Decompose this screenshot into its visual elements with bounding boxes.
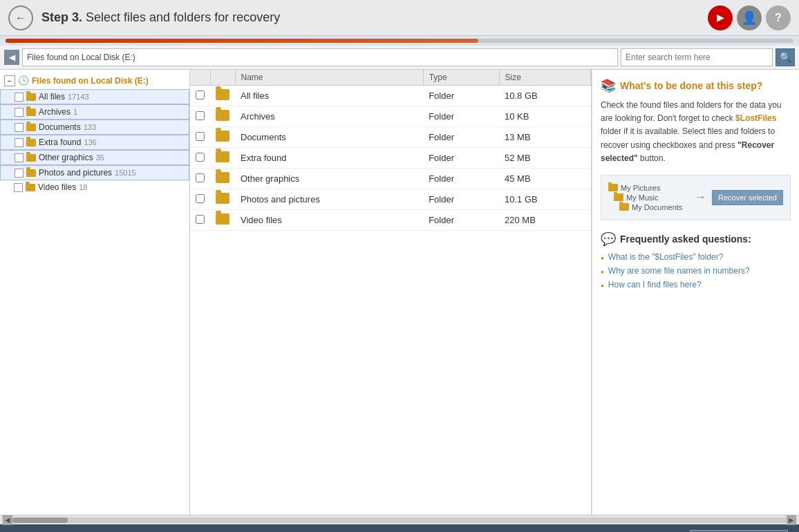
toggle-sidebar-button[interactable]: ◀	[4, 50, 19, 65]
folder-icon-md	[216, 193, 229, 204]
progress-bar-area	[0, 36, 799, 46]
docs-label: My Documents	[632, 203, 682, 211]
app-header: ← Step 3. Select files and folders for r…	[0, 0, 799, 36]
faq-link-2[interactable]: How can I find files here?	[608, 280, 702, 289]
sidebar-item-videofiles[interactable]: Video files 18	[0, 180, 189, 194]
row-checkbox[interactable]	[190, 210, 210, 231]
row-name[interactable]: All files	[235, 86, 423, 106]
sidebar-item-extrafound[interactable]: Extra found 136	[0, 135, 189, 150]
step-title: Select files and folders for recovery	[86, 10, 280, 24]
faq-link-1[interactable]: Why are some file names in numbers?	[608, 266, 750, 276]
documents-checkbox[interactable]	[15, 123, 24, 132]
row-name[interactable]: Archives	[235, 106, 423, 127]
progress-track	[6, 39, 793, 43]
help-icon: 📚	[601, 78, 616, 93]
header-icons: ▶ 👤 ?	[708, 6, 791, 30]
scroll-thumb[interactable]	[12, 517, 68, 523]
col-type[interactable]: Type	[423, 70, 499, 86]
help-button[interactable]: ?	[766, 6, 791, 30]
faq-link-0[interactable]: What is the "$LostFiles" folder?	[608, 252, 724, 262]
file-table: Name Type Size All files Folder 10.8 GB	[190, 70, 591, 231]
folder-icon-md	[216, 131, 229, 142]
photos-label: Photos and pictures	[39, 168, 112, 178]
sidebar-item-archives[interactable]: Archives 1	[0, 104, 189, 120]
panel-description: Check the found files and folders for th…	[601, 99, 791, 165]
row-type: Folder	[423, 189, 499, 210]
collapse-button[interactable]: −	[4, 75, 15, 86]
archives-checkbox[interactable]	[15, 108, 24, 117]
back-button[interactable]: ←	[8, 6, 33, 30]
othergraphics-checkbox[interactable]	[15, 153, 24, 162]
recover-selected-sm-button[interactable]: Recover selected	[712, 190, 783, 205]
folder-icon-md	[216, 151, 229, 162]
file-list-area: Name Type Size All files Folder 10.8 GB	[190, 70, 592, 515]
docs-folder-icon	[619, 203, 629, 211]
row-check-input[interactable]	[196, 215, 205, 224]
row-name[interactable]: Documents	[235, 127, 423, 148]
search-button[interactable]: 🔍	[776, 48, 795, 66]
row-checkbox[interactable]	[190, 148, 210, 169]
row-type: Folder	[423, 86, 499, 106]
table-row[interactable]: Video files Folder 220 MB	[190, 210, 591, 231]
row-check-input[interactable]	[196, 153, 205, 162]
scroll-left-arrow[interactable]: ◀	[3, 515, 12, 525]
row-checkbox[interactable]	[190, 127, 210, 148]
row-icon-cell	[210, 148, 235, 169]
photos-folder-icon	[26, 169, 36, 177]
search-input[interactable]	[621, 48, 773, 66]
sidebar-item-documents[interactable]: Documents 133	[0, 120, 189, 135]
folder-icon-md	[216, 89, 229, 100]
sidebar-item-photos[interactable]: Photos and pictures 15015	[0, 165, 189, 180]
sidebar-item-othergraphics[interactable]: Other graphics 35	[0, 150, 189, 165]
allfiles-folder-icon	[26, 93, 36, 101]
tree-item-music: My Music	[608, 193, 688, 202]
user-button[interactable]: 👤	[737, 6, 762, 30]
table-row[interactable]: All files Folder 10.8 GB	[190, 86, 591, 106]
table-row[interactable]: Extra found Folder 52 MB	[190, 148, 591, 169]
row-name[interactable]: Other graphics	[235, 169, 423, 189]
row-checkbox[interactable]	[190, 189, 210, 210]
faq-bullet-2: ●	[601, 283, 604, 289]
table-row[interactable]: Other graphics Folder 45 MB	[190, 169, 591, 189]
row-type: Folder	[423, 127, 499, 148]
pictures-label: My Pictures	[621, 184, 660, 192]
row-name[interactable]: Photos and pictures	[235, 189, 423, 210]
table-row[interactable]: Documents Folder 13 MB	[190, 127, 591, 148]
row-check-input[interactable]	[196, 194, 205, 203]
main-layout: − 🕓 Files found on Local Disk (E:) All f…	[0, 70, 799, 515]
row-icon-cell	[210, 189, 235, 210]
table-row[interactable]: Photos and pictures Folder 10.1 GB	[190, 189, 591, 210]
allfiles-checkbox[interactable]	[15, 93, 24, 102]
row-check-input[interactable]	[196, 111, 205, 120]
scrollbar-area: ◀ ▶	[0, 515, 799, 524]
sidebar-item-allfiles[interactable]: All files 17143	[0, 89, 189, 104]
videofiles-checkbox[interactable]	[14, 183, 23, 192]
row-check-input[interactable]	[196, 173, 205, 182]
row-name[interactable]: Video files	[235, 210, 423, 231]
row-icon-cell	[210, 127, 235, 148]
youtube-button[interactable]: ▶	[708, 6, 733, 30]
extrafound-checkbox[interactable]	[15, 138, 24, 147]
table-row[interactable]: Archives Folder 10 KB	[190, 106, 591, 127]
row-checkbox[interactable]	[190, 86, 210, 106]
faq-item-2: ● How can I find files here?	[601, 280, 791, 289]
col-size[interactable]: Size	[499, 70, 590, 86]
row-check-input[interactable]	[196, 91, 205, 99]
tree-item-pictures: My Pictures	[608, 184, 688, 192]
extrafound-label: Extra found	[39, 137, 81, 147]
extrafound-folder-icon	[26, 139, 36, 146]
scroll-right-arrow[interactable]: ▶	[787, 515, 796, 525]
col-name[interactable]: Name	[235, 70, 423, 86]
faq-item-1: ● Why are some file names in numbers?	[601, 266, 791, 276]
photos-checkbox[interactable]	[15, 169, 24, 178]
row-check-input[interactable]	[196, 132, 205, 141]
address-input[interactable]	[22, 48, 618, 66]
scroll-track[interactable]	[12, 517, 787, 523]
sidebar-root[interactable]: − 🕓 Files found on Local Disk (E:)	[0, 73, 189, 89]
archives-label: Archives	[39, 107, 70, 117]
row-checkbox[interactable]	[190, 169, 210, 189]
videofiles-count: 18	[79, 183, 87, 191]
videofiles-label: Video files	[38, 182, 76, 192]
row-name[interactable]: Extra found	[235, 148, 423, 169]
row-checkbox[interactable]	[190, 106, 210, 127]
